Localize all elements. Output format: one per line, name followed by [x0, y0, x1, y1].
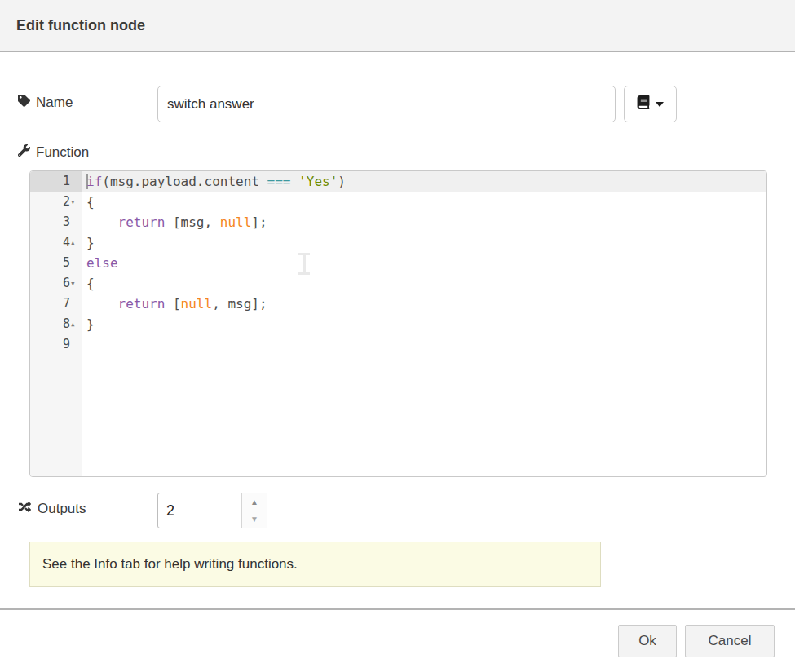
form-tip: See the Info tab for help writing functi…	[29, 542, 601, 587]
code-line[interactable]: if(msg.payload.content === 'Yes')	[82, 171, 766, 192]
library-button[interactable]	[624, 86, 677, 122]
wrench-icon	[18, 144, 30, 161]
edit-function-node-dialog: { "dialog": { "title": "Edit function no…	[0, 0, 795, 672]
fold-open-icon[interactable]: ▾	[70, 192, 81, 212]
gutter-line-number: 3	[30, 212, 82, 232]
form-tip-text: See the Info tab for help writing functi…	[42, 556, 298, 573]
caret-up-icon: ▲	[250, 497, 258, 506]
function-label-text: Function	[36, 144, 89, 161]
book-icon	[637, 95, 650, 113]
function-label: Function	[18, 144, 89, 161]
fold-close-icon[interactable]: ▴	[70, 232, 81, 253]
name-label: Name	[18, 95, 73, 111]
gutter-line-number: 5	[30, 253, 82, 273]
spinner-down-button[interactable]: ▼	[242, 511, 267, 528]
spinner-buttons: ▲ ▼	[241, 493, 267, 528]
chevron-down-icon	[656, 102, 664, 107]
fold-open-icon[interactable]: ▾	[70, 273, 81, 294]
editor-gutter: 12▾34▴56▾78▴9	[30, 171, 82, 476]
outputs-label: Outputs	[18, 501, 86, 517]
spinner-up-button[interactable]: ▲	[242, 493, 267, 511]
gutter-line-number: 6▾	[30, 273, 82, 294]
gutter-line-number: 1	[30, 171, 82, 192]
gutter-line-number: 2▾	[30, 192, 82, 212]
caret-down-icon: ▼	[250, 515, 258, 524]
cancel-button[interactable]: Cancel	[685, 625, 775, 657]
code-line[interactable]: return [msg, null];	[82, 212, 766, 232]
gutter-line-number: 9	[30, 334, 82, 355]
fold-close-icon[interactable]: ▴	[70, 314, 81, 334]
gutter-line-number: 8▴	[30, 314, 82, 334]
shuffle-icon	[18, 501, 32, 517]
name-label-text: Name	[36, 95, 73, 111]
code-line[interactable]: }	[82, 314, 766, 334]
outputs-input[interactable]	[158, 493, 241, 528]
dialog-footer: Ok Cancel	[0, 608, 795, 672]
tag-icon	[18, 95, 30, 111]
code-line[interactable]	[82, 334, 766, 355]
ok-button[interactable]: Ok	[618, 625, 677, 657]
outputs-spinner: ▲ ▼	[157, 493, 265, 528]
code-line[interactable]: }	[82, 232, 766, 253]
dialog-header: Edit function node	[0, 0, 795, 52]
gutter-line-number: 7	[30, 294, 82, 314]
function-code-editor[interactable]: 12▾34▴56▾78▴9 if(msg.payload.content ===…	[29, 170, 767, 477]
name-input[interactable]	[157, 86, 616, 122]
dialog-title: Edit function node	[16, 17, 145, 34]
outputs-label-text: Outputs	[38, 501, 86, 517]
code-line[interactable]: {	[82, 273, 766, 294]
code-line[interactable]: {	[82, 192, 766, 212]
code-line[interactable]: else	[82, 253, 766, 273]
editor-code[interactable]: if(msg.payload.content === 'Yes'){ retur…	[82, 171, 766, 476]
gutter-line-number: 4▴	[30, 232, 82, 253]
code-line[interactable]: return [null, msg];	[82, 294, 766, 314]
